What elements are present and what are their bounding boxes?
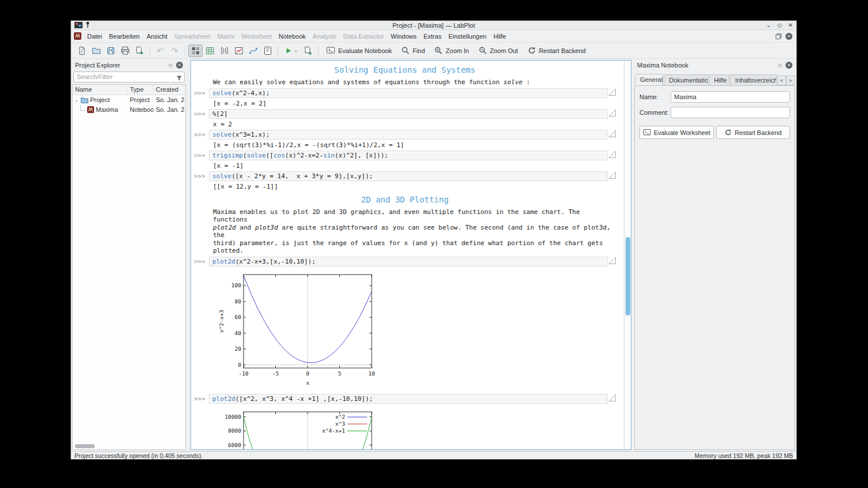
run-dropdown-button[interactable]: ⌄ <box>281 44 301 57</box>
fold-marker-icon[interactable] <box>608 151 616 158</box>
column-header-type[interactable]: Type <box>128 85 154 95</box>
new-worksheet-button[interactable] <box>231 44 246 57</box>
horizontal-scrollbar-thumb[interactable] <box>75 444 95 448</box>
new-spreadsheet-button[interactable] <box>203 44 217 57</box>
tab-scroll-right-button[interactable]: > <box>786 76 795 85</box>
tree-row-project[interactable]: ⌄ Project Project So. Jan. 2 18: <box>73 95 185 105</box>
command-input[interactable]: solve(x^2-4,x); <box>209 88 608 98</box>
export-button[interactable] <box>132 44 147 57</box>
column-header-name[interactable]: Name <box>73 85 128 95</box>
command-cell[interactable]: >>> solve(x^3=1,x); <box>194 130 616 140</box>
command-input[interactable]: solve([x - 2*y = 14, x + 3*y = 9],[x,y])… <box>209 171 608 181</box>
svg-text:x: x <box>306 380 309 386</box>
command-input[interactable]: plot2d(x^2-x+3,[x,-10,10]); <box>209 257 608 266</box>
svg-text:x^4-x+1: x^4-x+1 <box>322 427 345 434</box>
notebook-plot-paragraph-line4: plotted. <box>213 247 616 255</box>
fold-marker-icon[interactable] <box>608 257 616 264</box>
subwindow-close-icon[interactable]: ✕ <box>785 33 792 40</box>
fold-marker-icon[interactable] <box>608 171 616 179</box>
search-icon <box>401 46 410 55</box>
svg-text:60: 60 <box>235 314 242 320</box>
svg-text:0: 0 <box>306 370 309 377</box>
new-notebook-button[interactable] <box>260 44 275 57</box>
notebook-scrollbar[interactable] <box>624 61 631 449</box>
float-panel-icon[interactable]: ◇ <box>169 62 173 68</box>
tree-branch-line <box>80 105 85 111</box>
toggle-project-explorer-button[interactable] <box>188 44 203 57</box>
maximize-button[interactable]: ◇ <box>777 22 782 28</box>
command-cell[interactable]: >>> solve([x - 2*y = 14, x + 3*y = 9],[x… <box>194 171 616 181</box>
command-input[interactable]: trigsimp(solve([cos(x)^2-x=2-sin(x)^2], … <box>209 151 608 160</box>
menubar: Datei Bearbeiten Ansicht Spreadsheet Mat… <box>71 30 796 43</box>
open-project-button[interactable] <box>89 44 103 57</box>
fold-marker-icon[interactable] <box>608 130 616 137</box>
svg-text:6000: 6000 <box>228 441 241 448</box>
close-button[interactable]: ✕ <box>788 22 793 28</box>
notebook-heading-solving: Solving Equations and Systems <box>194 65 616 75</box>
fold-marker-icon[interactable] <box>608 394 616 401</box>
new-xy-plot-button[interactable] <box>246 44 260 57</box>
save-project-button[interactable] <box>103 44 118 57</box>
zoom-in-button[interactable]: Zoom In <box>429 44 473 57</box>
zoom-out-button[interactable]: Zoom Out <box>474 44 523 57</box>
command-cell[interactable]: >>> plot2d([x^2, x^3, x^4 -x +1] ,[x,-10… <box>194 394 616 404</box>
minimize-button[interactable]: ⌄ <box>766 22 771 28</box>
menu-einstellungen[interactable]: Einstellungen <box>445 31 490 42</box>
command-input[interactable]: plot2d([x^2, x^3, x^4 -x +1] ,[x,-10,10]… <box>209 394 608 404</box>
close-panel-icon[interactable]: ✕ <box>176 62 183 69</box>
menu-worksheet: Worksheet <box>238 31 275 42</box>
search-input[interactable] <box>73 72 185 82</box>
properties-title: Maxima Notebook <box>637 62 775 69</box>
evaluate-notebook-button[interactable]: Evaluate Notebook <box>321 44 396 57</box>
pin-icon[interactable] <box>85 20 90 31</box>
close-panel-icon[interactable]: ✕ <box>785 62 792 69</box>
tab-hilfe[interactable]: Hilfe <box>709 74 729 85</box>
notebook-subwindow-icon <box>74 32 81 40</box>
evaluate-worksheet-button[interactable]: Evaluate Worksheet <box>639 126 714 139</box>
new-matrix-button[interactable] <box>217 44 231 57</box>
evaluate-icon <box>643 129 651 136</box>
restart-backend-button[interactable]: Restart Backend <box>523 44 590 57</box>
command-input[interactable]: solve(x^3=1,x); <box>209 130 608 140</box>
prompt: >>> <box>194 88 209 97</box>
comment-field[interactable] <box>671 107 790 118</box>
name-label: Name: <box>639 93 671 100</box>
result-output: [[x = 12,y = -1]] <box>213 183 616 190</box>
column-header-created[interactable]: Created <box>154 85 185 95</box>
print-button[interactable] <box>118 44 132 57</box>
menu-hilfe[interactable]: Hilfe <box>490 31 510 42</box>
redo-button: ↷ <box>167 44 182 57</box>
tree-expander-icon[interactable]: ⌄ <box>74 97 79 103</box>
prompt: >>> <box>194 109 209 118</box>
menu-datei[interactable]: Datei <box>84 31 106 42</box>
command-cell[interactable]: >>> plot2d(x^2-x+3,[x,-10,10]); <box>194 257 616 266</box>
filter-icon[interactable] <box>176 73 182 84</box>
subwindow-restore-icon[interactable] <box>775 33 782 40</box>
plot2d-multi-function-chart: -10-505101000080006000400020000-2000xx^2… <box>216 408 381 450</box>
float-panel-icon[interactable]: ◇ <box>778 62 782 68</box>
new-project-button[interactable] <box>74 44 89 57</box>
notebook-intro-paragraph: We can easily solve equations and system… <box>213 78 616 87</box>
name-field[interactable] <box>671 91 790 103</box>
fold-marker-icon[interactable] <box>608 88 616 96</box>
command-input[interactable]: %[2] <box>209 109 608 119</box>
tab-dokumentation[interactable]: Dokumentation <box>664 74 708 85</box>
find-button[interactable]: Find <box>396 44 429 57</box>
add-notebook-button[interactable] <box>301 44 315 57</box>
tree-row-maxima[interactable]: Maxima Notebook So. Jan. 2 18: <box>73 105 185 115</box>
fold-marker-icon[interactable] <box>608 109 616 117</box>
titlebar[interactable]: Project - [Maxima] — LabPlot ⌄ ◇ ✕ <box>71 21 796 30</box>
command-cell[interactable]: >>> trigsimp(solve([cos(x)^2-x=2-sin(x)^… <box>194 151 616 160</box>
tab-inhaltsverzeichnis[interactable]: Inhaltsverzeichn <box>730 74 777 85</box>
tab-scroll-left-button[interactable]: < <box>777 76 786 85</box>
command-cell[interactable]: >>> solve(x^2-4,x); <box>194 88 616 98</box>
menu-extras[interactable]: Extras <box>420 31 445 42</box>
menu-windows[interactable]: Windows <box>387 31 420 42</box>
menu-ansicht[interactable]: Ansicht <box>143 31 171 42</box>
notebook-scrollbar-thumb[interactable] <box>626 237 630 316</box>
menu-bearbeiten[interactable]: Bearbeiten <box>106 31 143 42</box>
menu-notebook[interactable]: Notebook <box>275 31 309 42</box>
command-cell[interactable]: >>> %[2] <box>194 109 616 119</box>
restart-backend-button[interactable]: Restart Backend <box>716 126 791 139</box>
tab-general[interactable]: General <box>635 74 663 85</box>
